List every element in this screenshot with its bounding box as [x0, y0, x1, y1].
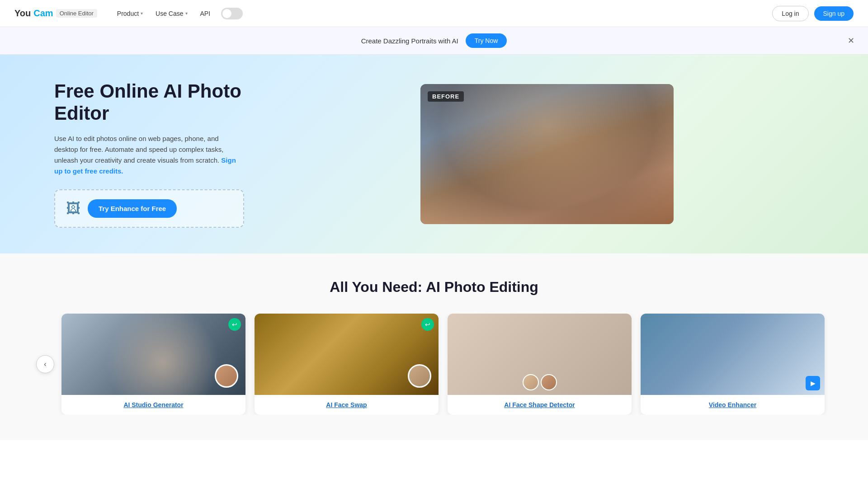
swap-icon: ↩ [228, 318, 241, 331]
hero-photo-overlay [420, 84, 674, 224]
face-mini-1 [523, 374, 539, 390]
hero-image-area: BEFORE [280, 84, 814, 224]
card-image-ai-studio: ↩ [61, 314, 245, 395]
chevron-down-icon: ▾ [185, 11, 188, 16]
hero-image: BEFORE [420, 84, 674, 224]
card-ai-studio-generator[interactable]: ↩ AI Studio Generator [61, 314, 245, 415]
signup-button[interactable]: Sign up [814, 6, 854, 21]
card-label-video: Video Enhancer [641, 395, 825, 415]
hero-content: Free Online AI Photo Editor Use AI to ed… [54, 80, 244, 228]
nav-use-case[interactable]: Use Case ▾ [150, 6, 193, 21]
hero-section: Free Online AI Photo Editor Use AI to ed… [0, 55, 868, 253]
banner-text: Create Dazzling Portraits with AI [361, 37, 458, 45]
cards-wrapper: ‹ ↩ AI Studio Generator ↩ AI Face Swap [36, 314, 832, 415]
hero-title: Free Online AI Photo Editor [54, 80, 244, 124]
navbar: YouCam Online Editor Product ▾ Use Case … [0, 0, 868, 27]
nav-actions: Log in Sign up [772, 6, 854, 21]
card-label-face-shape: AI Face Shape Detector [448, 395, 632, 415]
hero-photo [420, 84, 674, 224]
card-ai-face-swap[interactable]: ↩ AI Face Swap [255, 314, 439, 415]
card-label-ai-studio: AI Studio Generator [61, 395, 245, 415]
logo[interactable]: YouCam Online Editor [14, 8, 97, 19]
section-title: All You Need: AI Photo Editing [36, 279, 832, 296]
features-section: All You Need: AI Photo Editing ‹ ↩ AI St… [0, 253, 868, 440]
mini-portrait [215, 364, 238, 388]
logo-editor: Online Editor [56, 9, 97, 18]
nav-product[interactable]: Product ▾ [112, 6, 148, 21]
card-image-video: ▶ [641, 314, 825, 395]
hero-signup-link[interactable]: Sign up to get free credits. [54, 156, 236, 175]
enhance-button[interactable]: Try Enhance for Free [88, 199, 177, 218]
feature-cards: ↩ AI Studio Generator ↩ AI Face Swap [54, 314, 832, 415]
logo-you: You [14, 8, 31, 19]
card-image-face-shape [448, 314, 632, 395]
banner-cta-button[interactable]: Try Now [466, 33, 507, 48]
swap-icon: ↩ [421, 318, 434, 331]
before-label: BEFORE [428, 91, 464, 102]
logo-cam: Cam [33, 8, 53, 19]
login-button[interactable]: Log in [772, 6, 808, 21]
face-row [523, 374, 557, 390]
upload-icon: 🖼 [66, 200, 80, 217]
carousel-prev-button[interactable]: ‹ [36, 355, 54, 373]
face-mini-2 [541, 374, 557, 390]
nav-api[interactable]: API [195, 6, 216, 21]
play-icon: ▶ [806, 376, 820, 390]
banner-close-button[interactable]: ✕ [844, 34, 857, 47]
nav-links: Product ▾ Use Case ▾ API [112, 6, 243, 21]
toggle-dot [222, 9, 231, 18]
mini-portrait-2 [408, 364, 431, 388]
chevron-down-icon: ▾ [141, 11, 143, 16]
card-video-enhancer[interactable]: ▶ Video Enhancer [641, 314, 825, 415]
card-label-face-swap: AI Face Swap [255, 395, 439, 415]
hero-description: Use AI to edit photos online on web page… [54, 133, 244, 177]
hero-upload-box: 🖼 Try Enhance for Free [54, 189, 244, 228]
promo-banner: Create Dazzling Portraits with AI Try No… [0, 27, 868, 55]
theme-toggle[interactable] [221, 8, 243, 19]
card-ai-face-shape[interactable]: AI Face Shape Detector [448, 314, 632, 415]
card-image-face-swap: ↩ [255, 314, 439, 395]
